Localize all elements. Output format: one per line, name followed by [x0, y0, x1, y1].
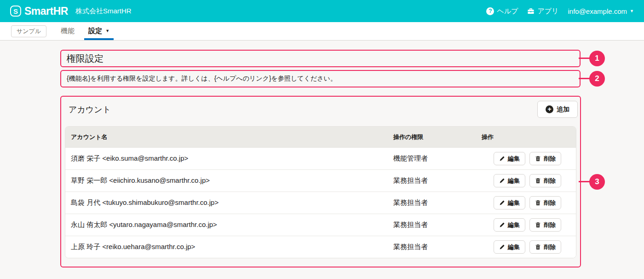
tab-features[interactable]: 機能	[57, 22, 79, 40]
actions-cell: 編集 削除	[477, 240, 576, 254]
top-bar-left: S SmartHR 株式会社SmartHR	[10, 5, 132, 17]
edit-button[interactable]: 編集	[494, 196, 525, 209]
delete-button-label: 削除	[544, 177, 556, 185]
table-row: 永山 侑太郎 <yutaro.nagayama@smarthr.co.jp> 業…	[65, 214, 576, 236]
column-header-actions: 操作	[477, 133, 576, 141]
plus-circle-icon: +	[546, 105, 553, 113]
pencil-icon	[499, 222, 505, 228]
page-description: {機能名}を利用する権限を設定します。詳しくは、{ヘルプへのリンク}を参照してく…	[67, 75, 337, 83]
table-row: 草野 栄一郎 <eiichiro.kusano@smarthr.co.jp> 業…	[65, 169, 576, 192]
account-email: info@example.com	[568, 7, 627, 15]
edit-button[interactable]: 編集	[494, 218, 525, 232]
main-content: 権限設定 {機能名}を利用する権限を設定します。詳しくは、{ヘルプへのリンク}を…	[0, 41, 644, 279]
table-row: 上原 玲子 <reiko.uehara@smarthr.co.jp> 業務担当者…	[65, 236, 576, 258]
permission-cell: 業務担当者	[388, 176, 477, 185]
account-section-header: アカウント + 追加	[61, 97, 580, 122]
edit-button-label: 編集	[508, 221, 520, 229]
smarthr-logo-mark-icon: S	[10, 6, 21, 17]
column-header-account: アカウント名	[65, 133, 388, 141]
trash-icon	[535, 244, 541, 250]
permission-cell: 業務担当者	[388, 243, 477, 251]
actions-cell: 編集 削除	[477, 196, 576, 209]
edit-button[interactable]: 編集	[494, 152, 525, 165]
delete-button[interactable]: 削除	[529, 152, 561, 165]
annotation-number-1: 1	[589, 51, 605, 66]
trash-icon	[535, 178, 541, 184]
top-bar: S SmartHR 株式会社SmartHR ? ヘルプ アプリ info@exa…	[0, 0, 644, 22]
pencil-icon	[499, 200, 505, 206]
delete-button[interactable]: 削除	[529, 240, 561, 254]
annotation-number-2: 2	[589, 71, 605, 87]
help-circle-icon: ?	[486, 7, 494, 15]
account-section-title: アカウント	[69, 104, 111, 115]
table-row: 須磨 栄子 <eiko.suma@smarthr.co.jp> 機能管理者 編集…	[65, 147, 576, 169]
chevron-down-icon: ▼	[630, 9, 634, 13]
account-name-cell: 上原 玲子 <reiko.uehara@smarthr.co.jp>	[65, 243, 388, 251]
tab-settings-label: 設定	[88, 27, 102, 35]
page-title: 権限設定	[67, 52, 104, 65]
delete-button[interactable]: 削除	[529, 196, 561, 209]
account-menu[interactable]: info@example.com ▼	[568, 7, 634, 15]
table-row: 島袋 月代 <tukuyo.shimabukuro@smarthr.co.jp>…	[65, 192, 576, 214]
tab-features-label: 機能	[61, 27, 75, 35]
actions-cell: 編集 削除	[477, 152, 576, 165]
edit-button[interactable]: 編集	[494, 240, 525, 254]
edit-button-label: 編集	[508, 155, 520, 163]
account-name-cell: 草野 栄一郎 <eiichiro.kusano@smarthr.co.jp>	[65, 176, 388, 185]
permission-cell: 機能管理者	[388, 154, 477, 163]
edit-button[interactable]: 編集	[494, 174, 525, 187]
top-bar-right: ? ヘルプ アプリ info@example.com ▼	[486, 7, 634, 16]
pencil-icon	[499, 244, 505, 250]
help-label: ヘルプ	[497, 7, 518, 16]
briefcase-icon	[527, 7, 535, 15]
actions-cell: 編集 削除	[477, 218, 576, 232]
apps-link[interactable]: アプリ	[527, 7, 558, 16]
pencil-icon	[499, 156, 505, 162]
accounts-table: アカウント名 操作の権限 操作 須磨 栄子 <eiko.suma@smarthr…	[65, 126, 576, 258]
trash-icon	[535, 222, 541, 228]
add-button-label: 追加	[557, 105, 569, 114]
edit-button-label: 編集	[508, 177, 520, 185]
table-header-row: アカウント名 操作の権限 操作	[65, 127, 576, 147]
annotation-box-description: {機能名}を利用する権限を設定します。詳しくは、{ヘルプへのリンク}を参照してく…	[60, 70, 581, 87]
help-link[interactable]: ? ヘルプ	[486, 7, 518, 16]
delete-button[interactable]: 削除	[529, 174, 561, 187]
apps-label: アプリ	[537, 7, 558, 16]
trash-icon	[535, 156, 541, 162]
annotation-box-title: 権限設定	[60, 50, 581, 67]
annotation-box-account-section: アカウント + 追加 アカウント名 操作の権限 操作 須磨 栄子 <eiko.s…	[60, 96, 581, 267]
delete-button-label: 削除	[544, 155, 556, 163]
delete-button[interactable]: 削除	[529, 218, 561, 232]
account-name-cell: 須磨 栄子 <eiko.suma@smarthr.co.jp>	[65, 154, 388, 163]
delete-button-label: 削除	[544, 199, 556, 207]
edit-button-label: 編集	[508, 199, 520, 207]
account-name-cell: 永山 侑太郎 <yutaro.nagayama@smarthr.co.jp>	[65, 221, 388, 229]
actions-cell: 編集 削除	[477, 174, 576, 187]
tab-settings[interactable]: 設定 ▼	[84, 22, 114, 40]
delete-button-label: 削除	[544, 243, 556, 251]
company-name: 株式会社SmartHR	[75, 7, 132, 16]
permission-cell: 業務担当者	[388, 221, 477, 229]
add-account-button[interactable]: + 追加	[537, 101, 578, 118]
delete-button-label: 削除	[544, 221, 556, 229]
column-header-permission: 操作の権限	[388, 133, 477, 141]
permission-cell: 業務担当者	[388, 198, 477, 207]
smarthr-logo[interactable]: S SmartHR	[10, 5, 68, 17]
annotation-number-3: 3	[589, 174, 605, 190]
tab-bar: サンプル 機能 設定 ▼	[0, 22, 644, 41]
edit-button-label: 編集	[508, 243, 520, 251]
trash-icon	[535, 200, 541, 206]
pencil-icon	[499, 178, 505, 184]
account-name-cell: 島袋 月代 <tukuyo.shimabukuro@smarthr.co.jp>	[65, 198, 388, 207]
chevron-down-icon: ▼	[105, 29, 109, 33]
smarthr-logo-text: SmartHR	[24, 5, 68, 17]
sample-badge: サンプル	[11, 25, 46, 37]
